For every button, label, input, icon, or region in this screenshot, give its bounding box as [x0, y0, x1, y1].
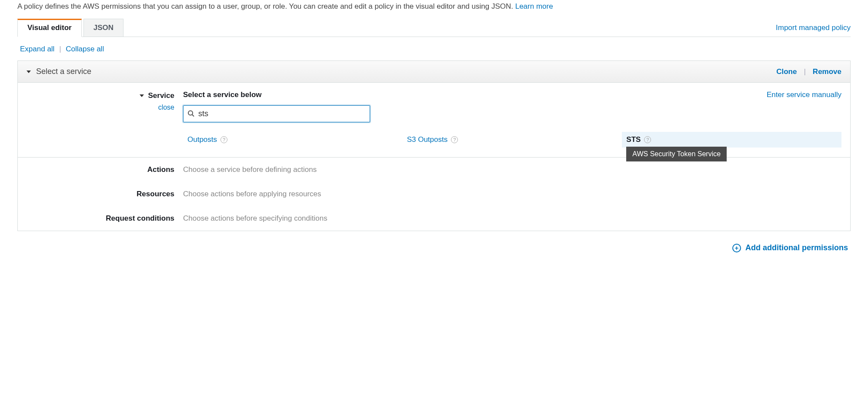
help-icon[interactable]: ? — [644, 136, 651, 143]
add-permissions-label: Add additional permissions — [745, 243, 848, 252]
learn-more-link[interactable]: Learn more — [515, 2, 553, 10]
search-icon — [187, 110, 194, 118]
expand-all-link[interactable]: Expand all — [20, 45, 54, 53]
tooltip: AWS Security Token Service — [626, 147, 727, 161]
tab-visual-editor[interactable]: Visual editor — [17, 19, 82, 37]
help-icon[interactable]: ? — [220, 136, 227, 143]
conditions-placeholder: Choose actions before specifying conditi… — [183, 214, 841, 223]
collapse-all-link[interactable]: Collapse all — [66, 45, 104, 53]
panel-header-left: Select a service — [27, 67, 91, 76]
resources-label: Resources — [27, 190, 183, 198]
add-additional-permissions-button[interactable]: + Add additional permissions — [732, 243, 848, 252]
panel-header-right: Clone | Remove — [776, 67, 841, 76]
service-result-outposts[interactable]: Outposts ? — [183, 132, 403, 148]
panel-header[interactable]: Select a service Clone | Remove — [18, 61, 850, 83]
svg-line-1 — [192, 114, 194, 116]
permissions-panel: Select a service Clone | Remove Service … — [17, 60, 851, 231]
result-name: STS — [626, 135, 641, 144]
plus-circle-icon: + — [732, 244, 741, 252]
service-label-text: Service — [148, 91, 175, 100]
service-label-col: Service close — [27, 91, 183, 111]
chevron-down-icon — [140, 94, 144, 97]
remove-link[interactable]: Remove — [813, 67, 841, 76]
service-section: Service close Select a service below Ent… — [18, 83, 850, 158]
tabs-row: Visual editor JSON Import managed policy — [17, 19, 851, 37]
result-name: S3 Outposts — [407, 135, 448, 144]
resources-section: Resources Choose actions before applying… — [18, 182, 850, 206]
import-managed-policy-link[interactable]: Import managed policy — [776, 24, 851, 32]
service-content: Select a service below Enter service man… — [183, 91, 841, 148]
service-result-sts[interactable]: STS ? AWS Security Token Service — [622, 132, 841, 148]
content: Expand all | Collapse all Select a servi… — [17, 37, 851, 252]
service-search-input[interactable] — [183, 105, 370, 122]
expand-collapse-bar: Expand all | Collapse all — [17, 45, 851, 54]
separator: | — [804, 67, 805, 76]
resources-placeholder: Choose actions before applying resources — [183, 190, 841, 198]
service-results: Outposts ? S3 Outposts ? STS ? AWS Secur… — [183, 132, 841, 148]
conditions-section: Request conditions Choose actions before… — [18, 206, 850, 231]
policy-description: A policy defines the AWS permissions tha… — [17, 2, 851, 11]
conditions-label: Request conditions — [27, 214, 183, 223]
description-text: A policy defines the AWS permissions tha… — [17, 2, 515, 10]
add-permissions-row: + Add additional permissions — [17, 243, 851, 252]
actions-placeholder: Choose a service before defining actions — [183, 165, 841, 174]
service-head: Select a service below Enter service man… — [183, 91, 841, 99]
clone-link[interactable]: Clone — [776, 67, 797, 76]
service-result-s3-outposts[interactable]: S3 Outposts ? — [403, 132, 622, 148]
service-label[interactable]: Service — [140, 91, 175, 100]
service-prompt: Select a service below — [183, 91, 262, 99]
panel-title: Select a service — [36, 67, 91, 76]
help-icon[interactable]: ? — [451, 136, 458, 143]
service-search — [183, 105, 370, 122]
svg-point-0 — [188, 111, 193, 115]
actions-label: Actions — [27, 165, 183, 174]
chevron-down-icon — [27, 71, 31, 73]
separator: | — [59, 45, 61, 53]
result-name: Outposts — [187, 135, 217, 144]
enter-service-manually-link[interactable]: Enter service manually — [767, 91, 841, 99]
tab-json[interactable]: JSON — [83, 19, 124, 37]
service-close-link[interactable]: close — [158, 104, 174, 111]
tabs: Visual editor JSON — [17, 19, 125, 37]
